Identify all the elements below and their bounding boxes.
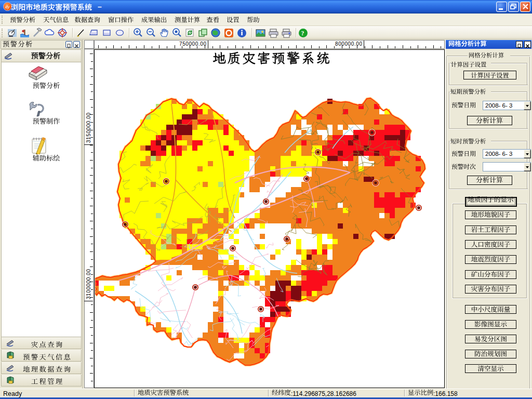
svg-text:3150000.00: 3150000.00	[86, 113, 91, 143]
svg-text:3100000.00: 3100000.00	[86, 269, 91, 299]
svg-text:?: ?	[301, 30, 304, 37]
svg-text:dy: dy	[5, 4, 10, 9]
svg-text:800000.00: 800000.00	[335, 41, 362, 47]
svg-text:750000.00: 750000.00	[179, 41, 206, 47]
